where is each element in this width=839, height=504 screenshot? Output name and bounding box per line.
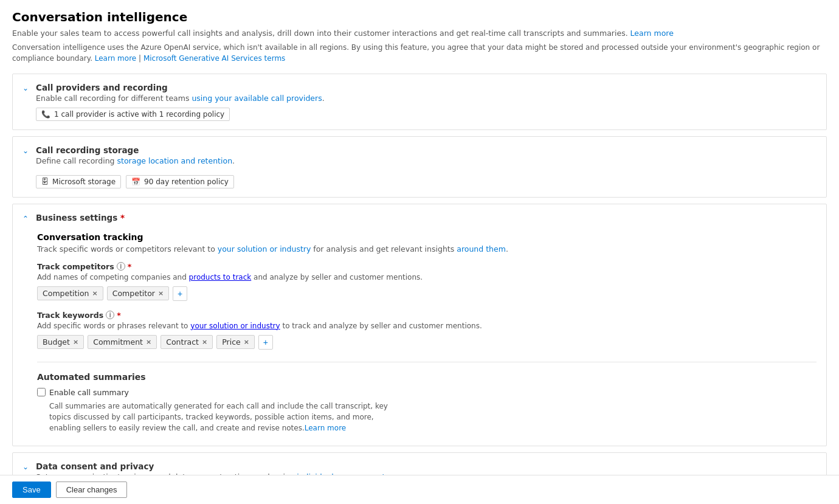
tag-competition-remove[interactable]: × bbox=[92, 289, 98, 297]
phone-icon: 📞 bbox=[41, 110, 50, 119]
save-button[interactable]: Save bbox=[12, 482, 51, 498]
business-required-star: * bbox=[120, 213, 125, 223]
conv-track-link2[interactable]: around them bbox=[457, 244, 506, 254]
call-providers-title: Call providers and recording bbox=[36, 83, 325, 92]
track-competitors-group: Track competitors i * Add names of compe… bbox=[37, 262, 817, 301]
business-settings-chevron: ⌄ bbox=[22, 214, 29, 223]
track-keywords-info-icon: i bbox=[106, 311, 114, 319]
retention-policy-badge: 📅 90 day retention policy bbox=[126, 175, 234, 188]
call-storage-header[interactable]: ⌄ Call recording storage Define call rec… bbox=[13, 137, 826, 197]
enable-call-summary-checkbox[interactable] bbox=[37, 388, 46, 396]
call-providers-link[interactable]: using your available call providers bbox=[192, 94, 322, 103]
calendar-icon: 📅 bbox=[131, 178, 140, 186]
business-settings-section: ⌄ Business settings * Conversation track… bbox=[12, 204, 827, 446]
tag-contract-remove[interactable]: × bbox=[202, 338, 207, 346]
track-keywords-required: * bbox=[117, 311, 121, 320]
storage-icon: 🗄 bbox=[41, 178, 49, 186]
tag-price-remove[interactable]: × bbox=[244, 338, 249, 346]
track-competitors-tags: Competition × Competitor × + bbox=[37, 286, 817, 301]
automated-summaries-title: Automated summaries bbox=[37, 372, 817, 382]
track-keywords-link[interactable]: your solution or industry bbox=[190, 322, 280, 330]
call-storage-title: Call recording storage bbox=[36, 145, 235, 155]
call-storage-chevron: ⌄ bbox=[22, 147, 29, 155]
business-settings-body: Conversation tracking Track specific wor… bbox=[13, 232, 826, 446]
warning-learn-more-link[interactable]: Learn more bbox=[95, 54, 136, 63]
track-competitors-label: Track competitors i * bbox=[37, 262, 817, 271]
data-consent-title: Data consent and privacy bbox=[36, 461, 385, 471]
track-competitors-required: * bbox=[128, 262, 132, 271]
conversation-tracking-title: Conversation tracking bbox=[37, 232, 817, 242]
enable-call-summary-row: Enable call summary bbox=[37, 388, 817, 397]
page-title: Conversation intelligence bbox=[12, 10, 827, 24]
tag-budget: Budget × bbox=[37, 335, 84, 349]
section-divider bbox=[37, 362, 817, 362]
subtitle-learn-more-link[interactable]: Learn more bbox=[630, 29, 674, 38]
call-storage-badges: 🗄 Microsoft storage 📅 90 day retention p… bbox=[36, 170, 235, 188]
tag-price: Price × bbox=[216, 335, 255, 349]
warning-ai-terms-link[interactable]: Microsoft Generative AI Services terms bbox=[143, 54, 285, 63]
business-settings-header[interactable]: ⌄ Business settings * bbox=[13, 204, 826, 232]
track-keywords-label: Track keywords i * bbox=[37, 311, 817, 320]
conversation-tracking-subsection: Conversation tracking Track specific wor… bbox=[37, 232, 817, 350]
page-subtitle: Enable your sales team to access powerfu… bbox=[12, 28, 827, 40]
clear-changes-button[interactable]: Clear changes bbox=[56, 482, 128, 498]
tag-competition: Competition × bbox=[37, 286, 103, 300]
call-storage-link[interactable]: storage location and retention bbox=[117, 156, 233, 165]
warning-bar: Conversation intelligence uses the Azure… bbox=[12, 42, 827, 64]
automated-summaries-learn-more[interactable]: Learn more bbox=[305, 424, 346, 432]
business-settings-title: Business settings * bbox=[36, 213, 125, 223]
automated-summaries-desc: Call summaries are automatically generat… bbox=[49, 401, 390, 433]
data-consent-chevron: ⌄ bbox=[22, 463, 29, 471]
track-competitors-info-icon: i bbox=[117, 262, 125, 271]
track-keywords-tags: Budget × Commitment × Contract × bbox=[37, 335, 817, 350]
conv-track-link1[interactable]: your solution or industry bbox=[218, 244, 311, 254]
automated-summaries-section: Automated summaries Enable call summary … bbox=[37, 372, 817, 433]
enable-call-summary-label[interactable]: Enable call summary bbox=[49, 388, 129, 397]
call-providers-chevron: ⌄ bbox=[22, 84, 29, 92]
bottom-bar: Save Clear changes bbox=[0, 475, 839, 504]
microsoft-storage-badge: 🗄 Microsoft storage bbox=[36, 175, 121, 188]
add-competitor-button[interactable]: + bbox=[173, 286, 187, 301]
call-providers-badge: 📞 1 call provider is active with 1 recor… bbox=[36, 108, 230, 121]
add-keyword-button[interactable]: + bbox=[258, 335, 273, 350]
call-storage-section: ⌄ Call recording storage Define call rec… bbox=[12, 136, 827, 198]
call-providers-section: ⌄ Call providers and recording Enable ca… bbox=[12, 74, 827, 130]
tag-commitment-remove[interactable]: × bbox=[146, 338, 151, 346]
tag-competitor-remove[interactable]: × bbox=[158, 289, 164, 297]
tag-budget-remove[interactable]: × bbox=[73, 338, 78, 346]
tag-competitor: Competitor × bbox=[107, 286, 169, 300]
call-providers-header[interactable]: ⌄ Call providers and recording Enable ca… bbox=[13, 74, 826, 129]
track-competitors-desc: Add names of competing companies and pro… bbox=[37, 273, 817, 281]
track-keywords-group: Track keywords i * Add specific words or… bbox=[37, 311, 817, 350]
tag-contract: Contract × bbox=[161, 335, 213, 349]
call-providers-desc: Enable call recording for different team… bbox=[36, 94, 325, 103]
call-storage-desc: Define call recording storage location a… bbox=[36, 156, 235, 165]
track-competitors-link[interactable]: products to track bbox=[189, 273, 252, 281]
track-keywords-desc: Add specific words or phrases relevant t… bbox=[37, 322, 817, 330]
tag-commitment: Commitment × bbox=[88, 335, 157, 349]
conversation-tracking-desc: Track specific words or competitors rele… bbox=[37, 244, 817, 254]
